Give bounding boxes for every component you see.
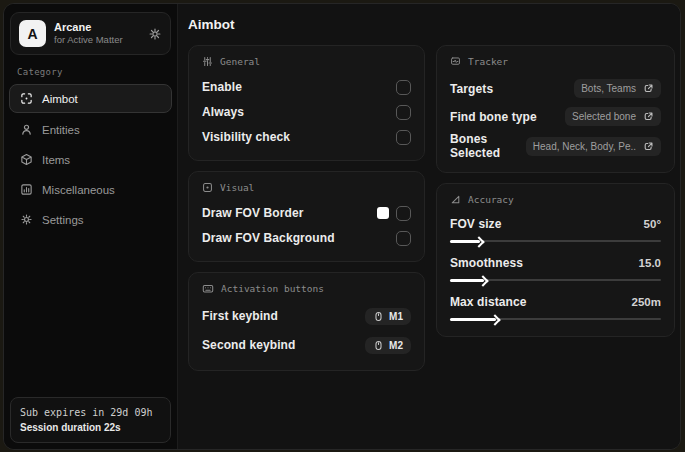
slider-value: 250m bbox=[632, 296, 661, 308]
setting-label: Max distance bbox=[450, 295, 527, 309]
general-card: General Enable Always Visibility check bbox=[188, 45, 425, 161]
keybind-value: M1 bbox=[389, 311, 403, 322]
sidebar-item-aimbot[interactable]: Aimbot bbox=[9, 84, 172, 113]
section-title: Accuracy bbox=[468, 194, 514, 205]
visual-card: Visual Draw FOV Border Draw FOV Backgrou… bbox=[188, 171, 425, 262]
panel-icon bbox=[20, 183, 33, 196]
fov-size-group: FOV size 50° bbox=[450, 214, 661, 246]
sidebar-item-items[interactable]: Items bbox=[9, 146, 172, 173]
section-title: General bbox=[220, 56, 260, 67]
setting-label: FOV size bbox=[450, 217, 501, 231]
frame-dot-icon bbox=[202, 182, 213, 193]
dropdown-value: Bots, Teams bbox=[581, 83, 636, 94]
sidebar-item-entities[interactable]: Entities bbox=[9, 116, 172, 143]
slider-value: 50° bbox=[644, 218, 661, 230]
mouse-icon bbox=[373, 311, 384, 322]
brand-card: A Arcane for Active Matter bbox=[10, 12, 171, 55]
angle-icon bbox=[450, 194, 461, 205]
setting-row: Draw FOV Border bbox=[202, 202, 411, 224]
setting-label: Smoothness bbox=[450, 256, 523, 270]
section-title: Visual bbox=[220, 182, 254, 193]
mouse-icon bbox=[373, 340, 384, 351]
main-panel: Aimbot General Enable bbox=[178, 4, 681, 449]
setting-label: Draw FOV Border bbox=[202, 206, 304, 220]
slider-fill[interactable] bbox=[450, 318, 496, 321]
expand-icon bbox=[643, 141, 654, 152]
always-checkbox[interactable] bbox=[396, 105, 411, 120]
sidebar-item-settings[interactable]: Settings bbox=[9, 206, 172, 233]
enable-checkbox[interactable] bbox=[396, 80, 411, 95]
smoothness-slider[interactable] bbox=[450, 275, 661, 285]
setting-row: Bones Selected Head, Neck, Body, Pe.. bbox=[450, 132, 661, 160]
slider-fill[interactable] bbox=[450, 240, 480, 243]
max-distance-group: Max distance 250m bbox=[450, 292, 661, 324]
session-duration-text: Session duration 22s bbox=[20, 420, 161, 435]
setting-row: Visibility check bbox=[202, 126, 411, 148]
brand-subtitle: for Active Matter bbox=[54, 34, 140, 46]
fov-border-color-swatch[interactable] bbox=[377, 207, 389, 219]
sub-expires-text: Sub expires in 29d 09h bbox=[20, 405, 161, 420]
tracker-card: Tracker Targets Bots, Teams bbox=[436, 45, 675, 173]
brand-logo: A bbox=[19, 20, 46, 47]
setting-row: First keybind M1 bbox=[202, 303, 411, 329]
gear-icon[interactable] bbox=[148, 27, 162, 41]
setting-row: Draw FOV Background bbox=[202, 227, 411, 249]
fov-size-slider[interactable] bbox=[450, 236, 661, 246]
setting-label: Targets bbox=[450, 82, 493, 96]
setting-label: Second keybind bbox=[202, 338, 295, 352]
sidebar-item-label: Miscellaneous bbox=[42, 184, 115, 196]
max-distance-slider[interactable] bbox=[450, 314, 661, 324]
setting-label: Always bbox=[202, 105, 244, 119]
first-keybind-button[interactable]: M1 bbox=[365, 308, 411, 325]
bones-selected-dropdown[interactable]: Head, Neck, Body, Pe.. bbox=[526, 137, 661, 156]
brand-initial: A bbox=[27, 26, 37, 42]
category-label: Category bbox=[17, 67, 172, 77]
setting-label: Bones Selected bbox=[450, 132, 526, 160]
setting-label: Visibility check bbox=[202, 130, 290, 144]
crosshair-icon bbox=[20, 92, 33, 105]
expand-icon bbox=[643, 83, 654, 94]
smoothness-group: Smoothness 15.0 bbox=[450, 253, 661, 285]
setting-row: Find bone type Selected bone bbox=[450, 104, 661, 129]
setting-label: First keybind bbox=[202, 309, 278, 323]
sliders-icon bbox=[202, 56, 213, 67]
app-window: A Arcane for Active Matter Category bbox=[3, 3, 681, 450]
slider-value: 15.0 bbox=[639, 257, 661, 269]
section-title: Tracker bbox=[468, 56, 508, 67]
find-bone-type-dropdown[interactable]: Selected bone bbox=[565, 107, 661, 126]
section-title: Activation buttons bbox=[221, 283, 324, 294]
setting-label: Enable bbox=[202, 80, 242, 94]
monitor-icon bbox=[450, 56, 461, 67]
targets-dropdown[interactable]: Bots, Teams bbox=[574, 79, 661, 98]
keyboard-icon bbox=[202, 283, 214, 294]
second-keybind-button[interactable]: M2 bbox=[365, 337, 411, 354]
sidebar-item-label: Entities bbox=[42, 124, 80, 136]
sidebar-item-label: Settings bbox=[42, 214, 84, 226]
slider-fill[interactable] bbox=[450, 279, 484, 282]
sidebar: A Arcane for Active Matter Category bbox=[4, 4, 178, 449]
subscription-info: Sub expires in 29d 09h Session duration … bbox=[10, 397, 171, 443]
sidebar-item-label: Items bbox=[42, 154, 70, 166]
draw-fov-background-checkbox[interactable] bbox=[396, 231, 411, 246]
setting-row: Always bbox=[202, 101, 411, 123]
expand-icon bbox=[643, 111, 654, 122]
setting-label: Draw FOV Background bbox=[202, 231, 335, 245]
dropdown-value: Head, Neck, Body, Pe.. bbox=[533, 141, 636, 152]
category-nav: Aimbot Entities Items bbox=[9, 84, 172, 233]
visibility-check-checkbox[interactable] bbox=[396, 130, 411, 145]
setting-row: Targets Bots, Teams bbox=[450, 76, 661, 101]
page-title: Aimbot bbox=[188, 17, 675, 32]
draw-fov-border-checkbox[interactable] bbox=[396, 206, 411, 221]
setting-label: Find bone type bbox=[450, 110, 537, 124]
brand-name: Arcane bbox=[54, 21, 140, 35]
activation-card: Activation buttons First keybind M1 bbox=[188, 272, 425, 371]
gear-icon bbox=[20, 213, 33, 226]
dropdown-value: Selected bone bbox=[572, 111, 636, 122]
cube-icon bbox=[20, 153, 33, 166]
person-icon bbox=[20, 123, 33, 136]
sidebar-item-miscellaneous[interactable]: Miscellaneous bbox=[9, 176, 172, 203]
setting-row: Enable bbox=[202, 76, 411, 98]
sidebar-item-label: Aimbot bbox=[42, 93, 78, 105]
accuracy-card: Accuracy FOV size 50° bbox=[436, 183, 675, 337]
setting-row: Second keybind M2 bbox=[202, 332, 411, 358]
